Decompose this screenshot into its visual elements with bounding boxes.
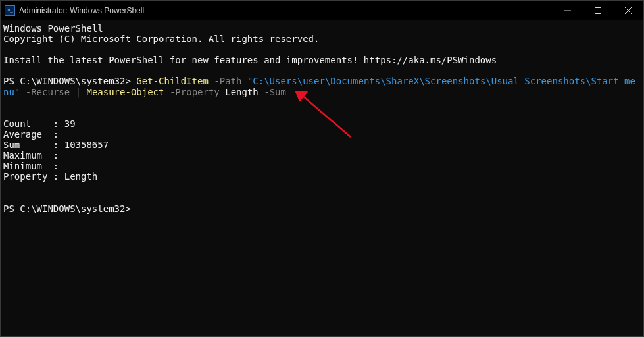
output-row: Count : 39 [3,118,76,129]
powershell-icon: >_ [5,5,15,16]
svg-line-1 [301,95,351,137]
param-property: -Property [164,87,225,97]
minimize-button[interactable] [553,1,583,20]
maximize-button[interactable] [583,1,613,20]
powershell-icon-glyph: >_ [7,7,13,13]
titlebar[interactable]: >_ Administrator: Windows PowerShell [1,1,643,20]
annotation-arrow [295,91,354,140]
banner-line2: Copyright (C) Microsoft Corporation. All… [3,34,319,44]
prompt-1: PS C:\WINDOWS\system32> [3,76,136,86]
banner-line1: Windows PowerShell [3,23,103,34]
output-row: Minimum : [3,161,59,171]
arg-length: Length [225,87,259,97]
output-row: Average : [3,129,59,140]
param-path: -Path [209,76,247,86]
close-button[interactable] [613,1,643,20]
param-sum: -Sum [259,87,286,97]
output-row: Property : Length [3,171,97,182]
minimize-icon [564,7,571,14]
svg-rect-0 [595,7,601,13]
cmdlet-measureobject: Measure-Object [86,87,164,97]
pipe-operator: | [70,87,86,97]
param-recurse-seg1: -R [20,87,36,97]
output-row: Maximum : [3,150,59,161]
title-left: >_ Administrator: Windows PowerShell [1,5,553,16]
param-recurse-seg2: ecurse [37,87,70,97]
maximize-icon [595,7,601,14]
close-icon [625,7,632,14]
window-controls [553,1,643,20]
banner-line3: Install the latest PowerShell for new fe… [3,55,497,65]
window-title: Administrator: Windows PowerShell [19,6,144,15]
terminal-body[interactable]: Windows PowerShell Copyright (C) Microso… [1,20,643,336]
powershell-window: >_ Administrator: Windows PowerShell Win… [0,0,644,337]
prompt-2: PS C:\WINDOWS\system32> [3,203,136,214]
output-row: Sum : 10358657 [3,140,109,150]
output-table: Count : 39 Average : Sum : 10358657 Maxi… [3,118,109,182]
cmdlet-getchilditem: Get-ChildItem [136,76,209,86]
